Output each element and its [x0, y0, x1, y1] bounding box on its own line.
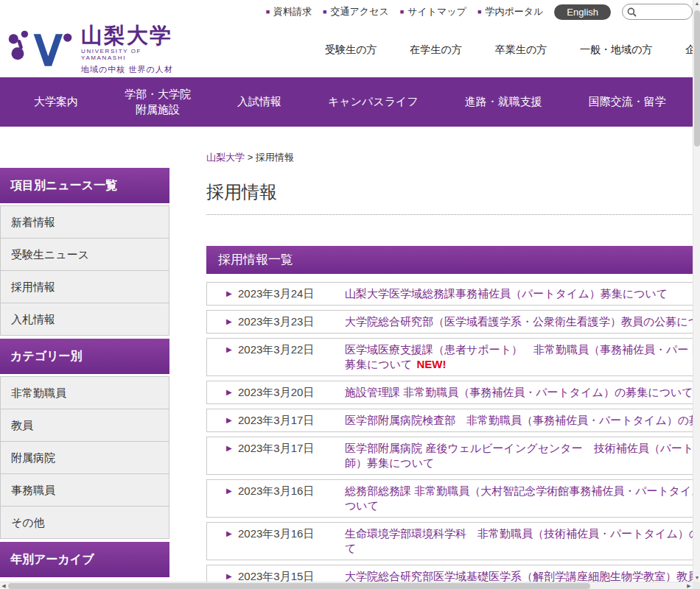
news-list-header: 採用情報一覧 [206, 246, 700, 274]
sidebar: 項目別ニュース一覧 新着情報 受験生ニュース 採用情報 入札情報 カテゴリー別 … [0, 168, 169, 577]
scroll-left-arrow-icon[interactable]: ◀ [0, 582, 7, 589]
news-date: 2023年3月17日 [238, 441, 345, 456]
scroll-up-arrow-icon[interactable]: ▲ [693, 0, 700, 7]
sidebar-item-examinee-news[interactable]: 受験生ニュース [0, 238, 169, 271]
utility-link-access[interactable]: ■ 交通アクセス [323, 5, 389, 18]
breadcrumb-home-link[interactable]: 山梨大学 [206, 152, 245, 163]
news-title-link[interactable]: 生命環境学部環境科学科 非常勤職員（技術補佐員・パートタイム）の募集について [345, 526, 700, 556]
news-date: 2023年3月20日 [238, 385, 345, 400]
utility-link-label: 交通アクセス [331, 5, 389, 18]
news-title-link[interactable]: 山梨大学医学域総務課事務補佐員（パートタイム）募集について [345, 286, 700, 301]
sidebar-section-archive: 年別アーカイブ [0, 542, 169, 577]
scrollbar-corner [693, 582, 700, 589]
arrow-right-icon: ▶ [226, 385, 238, 400]
nav-item-campus-life[interactable]: キャンパスライフ [328, 94, 419, 109]
breadcrumb-current: 採用情報 [256, 152, 294, 163]
logo-subtitle: UNIVERSITY OF YAMANASHI [81, 48, 183, 61]
search-box[interactable] [622, 4, 693, 20]
news-row[interactable]: ▶ 2023年3月24日 山梨大学医学域総務課事務補佐員（パートタイム）募集につ… [206, 282, 700, 306]
news-row[interactable]: ▶ 2023年3月17日 医学部附属病院 産後ウェルビーイングセンター 技術補佐… [206, 437, 700, 475]
utility-link-portal[interactable]: ■ 学内ポータル [477, 5, 543, 18]
new-badge: NEW! [416, 358, 446, 370]
news-date: 2023年3月16日 [238, 526, 345, 541]
arrow-right-icon: ▶ [226, 526, 238, 541]
news-title-text: 医学域医療支援課（患者サポート） 非常勤職員（事務補佐員・パートタイム）の募集に… [345, 343, 700, 370]
sidebar-item-recruitment[interactable]: 採用情報 [0, 270, 169, 303]
sidebar-item-new-info[interactable]: 新着情報 [0, 205, 169, 239]
search-input[interactable] [640, 7, 684, 17]
english-button[interactable]: English [554, 4, 611, 20]
utility-link-label: 資料請求 [273, 5, 312, 18]
sidebar-item-part-time-staff[interactable]: 非常勤職員 [0, 376, 169, 409]
utility-link-materials[interactable]: ■ 資料請求 [266, 5, 312, 18]
news-row[interactable]: ▶ 2023年3月22日 医学域医療支援課（患者サポート） 非常勤職員（事務補佐… [206, 338, 700, 376]
news-row[interactable]: ▶ 2023年3月20日 施設管理課 非常勤職員（事務補佐員・パートタイム）の募… [206, 381, 700, 404]
logo-tagline: 地域の中核 世界の人材 [81, 64, 183, 75]
news-date: 2023年3月17日 [238, 413, 345, 428]
bullet-square-icon: ■ [323, 9, 326, 15]
horizontal-scrollbar-thumb[interactable] [8, 583, 590, 589]
arrow-right-icon: ▶ [226, 342, 238, 357]
horizontal-scrollbar[interactable]: ◀ ▶ [0, 582, 693, 589]
sidebar-header-category: カテゴリー別 [0, 339, 169, 374]
breadcrumb-separator: > [248, 152, 253, 163]
nav-item-careers[interactable]: 進路・就職支援 [465, 94, 542, 109]
audience-link-graduates[interactable]: 卒業生の方 [495, 43, 547, 57]
utility-link-sitemap[interactable]: ■ サイトマップ [400, 5, 466, 18]
arrow-right-icon: ▶ [226, 441, 238, 456]
news-list: ▶ 2023年3月24日 山梨大学医学域総務課事務補佐員（パートタイム）募集につ… [206, 282, 700, 589]
utility-link-label: 学内ポータル [485, 5, 543, 18]
arrow-right-icon: ▶ [226, 413, 238, 428]
browser-viewport: ■ 資料請求 ■ 交通アクセス ■ サイトマップ ■ 学内ポータル Englis… [0, 0, 700, 589]
news-row[interactable]: ▶ 2023年3月16日 総務部総務課 非常勤職員（大村智記念学術館事務補佐員・… [206, 479, 700, 518]
main-nav: 大学案内 学部・大学院 附属施設 入試情報 キャンパスライフ 進路・就職支援 国… [0, 77, 700, 127]
audience-nav: 受験生の方 在学生の方 卒業生の方 一般・地域の方 企業・研究者の方 [325, 43, 700, 57]
sidebar-item-other[interactable]: その他 [0, 506, 169, 539]
arrow-right-icon: ▶ [226, 286, 238, 301]
sidebar-item-hospital[interactable]: 附属病院 [0, 441, 169, 474]
page: ■ 資料請求 ■ 交通アクセス ■ サイトマップ ■ 学内ポータル Englis… [0, 0, 700, 589]
scroll-right-arrow-icon[interactable]: ▶ [685, 582, 693, 589]
search-icon[interactable] [627, 7, 637, 17]
news-date: 2023年3月23日 [238, 314, 345, 329]
news-title-link[interactable]: 施設管理課 非常勤職員（事務補佐員・パートタイム）の募集について [345, 385, 700, 400]
news-date: 2023年3月16日 [238, 484, 345, 498]
vertical-scrollbar[interactable]: ▲ ▼ [693, 0, 700, 582]
sidebar-item-admin-staff[interactable]: 事務職員 [0, 473, 169, 507]
audience-link-examinees[interactable]: 受験生の方 [325, 43, 377, 57]
main-column: 山梨大学 > 採用情報 採用情報 採用情報一覧 ▶ 2023年3月24日 山梨大… [206, 127, 700, 589]
university-logo[interactable]: 山梨大学 UNIVERSITY OF YAMANASHI 地域の中核 世界の人材 [6, 24, 183, 74]
audience-link-students[interactable]: 在学生の方 [410, 43, 461, 57]
news-date: 2023年3月24日 [238, 286, 345, 301]
news-row[interactable]: ▶ 2023年3月16日 生命環境学部環境科学科 非常勤職員（技術補佐員・パート… [206, 522, 700, 560]
utility-link-label: サイトマップ [407, 5, 466, 18]
logo-title: 山梨大学 [81, 24, 183, 46]
vertical-scrollbar-thumb[interactable] [694, 10, 700, 147]
sidebar-item-faculty[interactable]: 教員 [0, 409, 169, 442]
nav-item-faculties[interactable]: 学部・大学院 附属施設 [125, 87, 191, 117]
arrow-right-icon: ▶ [226, 484, 238, 498]
scroll-down-arrow-icon[interactable]: ▼ [693, 574, 700, 582]
sidebar-header-archive: 年別アーカイブ [0, 542, 169, 577]
sidebar-header-news-by-item: 項目別ニュース一覧 [0, 168, 169, 203]
sidebar-section-news-by-item: 項目別ニュース一覧 新着情報 受験生ニュース 採用情報 入札情報 [0, 168, 169, 336]
sidebar-item-bidding[interactable]: 入札情報 [0, 303, 169, 336]
news-title-link[interactable]: 医学部附属病院 産後ウェルビーイングセンター 技術補佐員（パートタイム・助産師）… [345, 441, 700, 470]
nav-item-international[interactable]: 国際交流・留学 [589, 94, 666, 109]
bullet-square-icon: ■ [266, 9, 270, 15]
news-row[interactable]: ▶ 2023年3月17日 医学部附属病院検査部 非常勤職員（事務補佐員・パートタ… [206, 409, 700, 432]
news-title-link[interactable]: 総務部総務課 非常勤職員（大村智記念学術館事務補佐員・パートタイム）の募集につい… [345, 484, 700, 513]
nav-item-about[interactable]: 大学案内 [34, 94, 78, 109]
bullet-square-icon: ■ [400, 9, 404, 15]
arrow-right-icon: ▶ [226, 314, 238, 329]
nav-item-admissions[interactable]: 入試情報 [237, 94, 281, 109]
logo-text: 山梨大学 UNIVERSITY OF YAMANASHI 地域の中核 世界の人材 [81, 24, 183, 74]
audience-link-community[interactable]: 一般・地域の方 [580, 43, 652, 57]
breadcrumb: 山梨大学 > 採用情報 [206, 151, 700, 164]
news-title-link[interactable]: 大学院総合研究部（医学域看護学系・公衆衛生看護学）教員の公募について [345, 314, 700, 329]
news-date: 2023年3月22日 [238, 342, 345, 357]
news-title-link[interactable]: 医学域医療支援課（患者サポート） 非常勤職員（事務補佐員・パートタイム）の募集に… [345, 342, 700, 372]
news-title-link[interactable]: 医学部附属病院検査部 非常勤職員（事務補佐員・パートタイム）の募集について [345, 413, 700, 428]
news-row[interactable]: ▶ 2023年3月23日 大学院総合研究部（医学域看護学系・公衆衛生看護学）教員… [206, 310, 700, 334]
page-title: 採用情報 [206, 180, 700, 215]
